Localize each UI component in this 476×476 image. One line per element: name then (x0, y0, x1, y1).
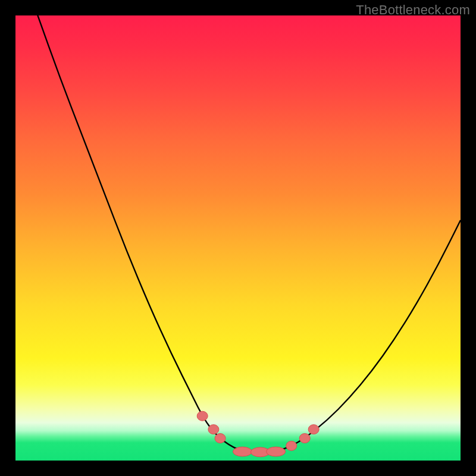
bottleneck-curve-path (15, 15, 461, 452)
chart-plot-area (15, 15, 461, 461)
curve-marker (267, 447, 286, 456)
curve-marker (308, 425, 319, 434)
curve-markers (197, 411, 319, 457)
curve-marker (299, 434, 310, 443)
watermark-text: TheBottleneck.com (356, 2, 470, 18)
curve-marker (233, 447, 252, 456)
curve-marker (250, 447, 270, 457)
chart-frame: TheBottleneck.com (0, 0, 476, 476)
curve-marker (197, 411, 208, 421)
curve-marker (215, 434, 226, 443)
curve-marker (208, 425, 219, 434)
curve-marker (286, 441, 297, 450)
bottleneck-curve-svg (15, 15, 461, 461)
